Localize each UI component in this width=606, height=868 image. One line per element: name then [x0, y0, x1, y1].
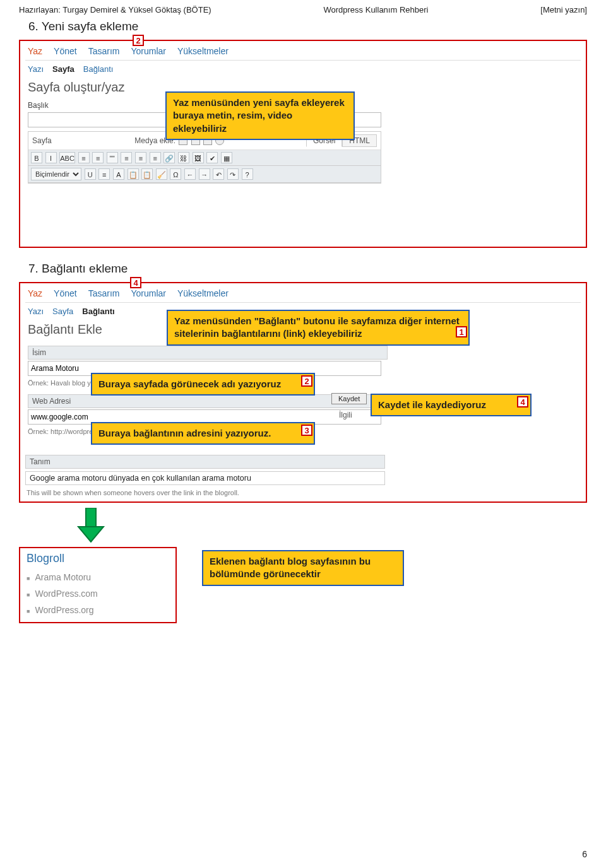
tab-tasarim[interactable]: Tasarım	[88, 46, 120, 56]
arrow-down-icon	[76, 508, 106, 543]
wp-main-tabs: Yaz Yönet Tasarım Yorumlar Yükseltmeler	[25, 45, 581, 61]
tb-paste-word[interactable]: 📋	[141, 168, 153, 180]
subtab-sayfa[interactable]: Sayfa	[52, 64, 74, 74]
tb-help[interactable]: ?	[242, 168, 253, 180]
callout-blogroll: Eklenen bağlantı blog sayfasının bu bölü…	[202, 550, 404, 586]
editor-toolbar-row2: Biçimlendir U ≡ A 📋 📋 🧹 Ω ← → ↶ ↷ ?	[28, 166, 381, 183]
save-button[interactable]: Kaydet	[331, 393, 367, 404]
tb-unlink[interactable]: ⛓	[178, 152, 189, 163]
callout-save: Kaydet ile kaydediyoruz	[371, 394, 532, 416]
tb-align-c[interactable]: ≡	[135, 152, 146, 163]
tb-indent[interactable]: →	[199, 168, 210, 180]
section6-title: 6. Yeni sayfa ekleme	[0, 17, 606, 38]
page-number: 6	[582, 849, 587, 859]
tab-yukseltmeler-2[interactable]: Yükseltmeler	[177, 288, 229, 298]
tab-yaz-2[interactable]: Yaz	[28, 288, 42, 298]
tab-yorumlar[interactable]: Yorumlar	[131, 46, 166, 56]
screenshot-new-page: 2 Yaz Yönet Tasarım Yorumlar Yükseltmele…	[19, 40, 587, 248]
blogroll-title: Blogroll	[20, 552, 175, 569]
header-right: [Metni yazın]	[540, 5, 587, 15]
tb-link[interactable]: 🔗	[163, 152, 175, 163]
tanim-hint: This will be shown when someone hovers o…	[27, 489, 239, 496]
tanim-head: Tanım	[25, 455, 385, 469]
step-1: 1	[456, 326, 467, 337]
tb-undo[interactable]: ↶	[213, 168, 224, 180]
blogroll-widget: Blogroll Arama Motoru WordPress.com Word…	[19, 547, 177, 623]
callout-url: Buraya bağlantının adresini yazıyoruz.	[91, 422, 315, 445]
tb-bold[interactable]: B	[31, 152, 42, 163]
blogroll-item[interactable]: WordPress.com	[20, 585, 175, 602]
tb-kitchensink[interactable]: ▦	[221, 152, 232, 163]
tb-redo[interactable]: ↷	[227, 168, 239, 180]
blogroll-section: Blogroll Arama Motoru WordPress.com Word…	[19, 547, 177, 623]
callout-name: Buraya sayfada görünecek adı yazıyoruz	[91, 373, 315, 396]
tb-outdent[interactable]: ←	[184, 168, 196, 180]
step-2: 2	[301, 375, 312, 387]
ilgili-label: İlgili	[339, 411, 352, 419]
wp-sub-tabs: Yazı Sayfa Bağlantı	[25, 61, 581, 76]
svg-marker-1	[78, 527, 104, 542]
editor-head-label: Sayfa	[32, 136, 52, 145]
tb-image[interactable]: 🖼	[193, 152, 204, 163]
section7-title: 7. Bağlantı ekleme	[0, 259, 606, 281]
editor-toolbar-row1: B I ABC ≡ ≡ "" ≡ ≡ ≡ 🔗 ⛓ 🖼 ✔ ▦	[28, 150, 381, 166]
tb-clear[interactable]: 🧹	[156, 168, 167, 180]
tb-ol[interactable]: ≡	[92, 152, 104, 163]
subtab-yazi[interactable]: Yazı	[28, 64, 44, 74]
tab-yaz[interactable]: Yaz	[28, 46, 42, 56]
header-left: Hazırlayan: Turgay Demirel & Yüksel Gökt…	[19, 5, 211, 15]
tb-align-r[interactable]: ≡	[150, 152, 161, 163]
tab-tasarim-2[interactable]: Tasarım	[88, 288, 120, 298]
tab-yonet[interactable]: Yönet	[54, 46, 77, 56]
tab-yorumlar-2[interactable]: Yorumlar	[131, 288, 166, 298]
tb-quote[interactable]: ""	[107, 152, 118, 163]
badge-2: 2	[133, 35, 144, 46]
tb-charmap[interactable]: Ω	[170, 168, 181, 180]
tanim-input[interactable]: Google arama motoru dünyada en çok kulla…	[25, 471, 385, 485]
badge-4: 4	[130, 277, 141, 288]
tb-textcolor[interactable]: A	[113, 168, 124, 180]
tab-yukseltmeler[interactable]: Yükseltmeler	[177, 46, 229, 56]
tab-yonet-2[interactable]: Yönet	[54, 288, 77, 298]
tb-italic[interactable]: I	[45, 152, 57, 163]
header-center: Wordpress Kullanım Rehberi	[323, 5, 428, 15]
isim-head: İsim	[28, 346, 388, 360]
blogroll-item[interactable]: WordPress.org	[20, 602, 175, 618]
tb-underline[interactable]: U	[85, 168, 96, 180]
page-header: Hazırlayan: Turgay Demirel & Yüksel Gökt…	[0, 0, 606, 17]
tb-strike[interactable]: ABC	[59, 152, 75, 163]
subtab-baglanti-2[interactable]: Bağlantı	[82, 307, 114, 316]
svg-rect-0	[86, 508, 96, 527]
tb-paste[interactable]: 📋	[128, 168, 139, 180]
subtab-baglanti[interactable]: Bağlantı	[83, 64, 114, 74]
callout-link-info: Yaz menüsünden "Bağlantı" butonu ile say…	[167, 310, 470, 346]
step-3: 3	[301, 425, 312, 436]
subtab-yazi-2[interactable]: Yazı	[28, 307, 44, 316]
tb-ul[interactable]: ≡	[78, 152, 90, 163]
blogroll-item[interactable]: Arama Motoru	[20, 569, 175, 585]
tb-align-l[interactable]: ≡	[121, 152, 132, 163]
tb-format-select[interactable]: Biçimlendir	[31, 168, 81, 180]
screenshot-add-link: 4 Yaz Yönet Tasarım Yorumlar Yükseltmele…	[19, 282, 587, 503]
step-4: 4	[517, 396, 528, 408]
tb-align-j[interactable]: ≡	[98, 168, 110, 180]
callout-new-page: Yaz menüsünden yeni sayfa ekleyerek bura…	[165, 91, 355, 140]
wp-main-tabs-2: Yaz Yönet Tasarım Yorumlar Yükseltmeler	[25, 287, 581, 303]
tb-spell[interactable]: ✔	[206, 152, 218, 163]
subtab-sayfa-2[interactable]: Sayfa	[52, 307, 73, 316]
